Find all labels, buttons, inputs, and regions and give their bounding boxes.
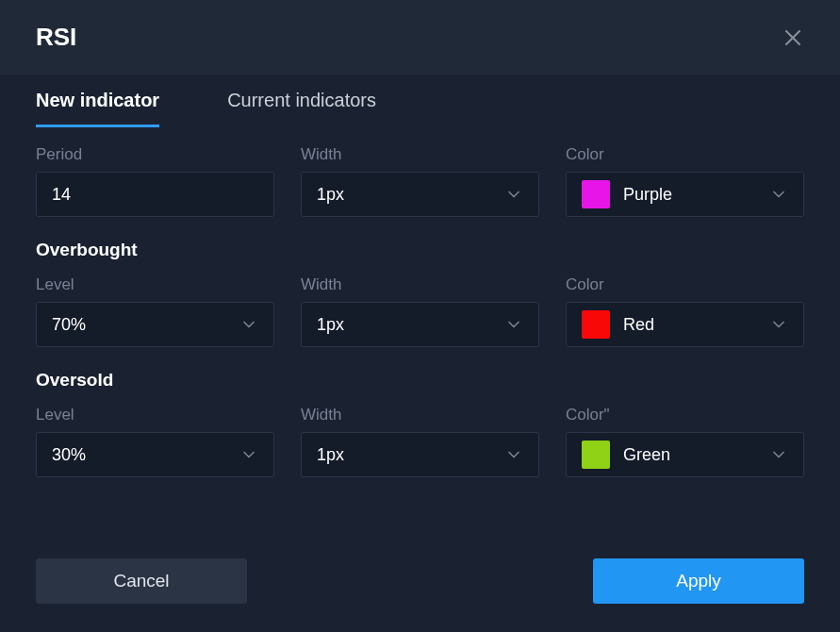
os-level-value: 30% — [52, 445, 86, 465]
oversold-section-title: Oversold — [36, 370, 804, 391]
dialog-footer: Cancel Apply — [0, 536, 840, 632]
os-color-field: Color" Green — [566, 406, 804, 477]
overbought-section-title: Overbought — [36, 240, 804, 260]
main-color-value: Purple — [623, 185, 672, 205]
main-width-field: Width 1px — [301, 145, 539, 217]
main-color-select[interactable]: Purple — [566, 172, 804, 217]
ob-color-swatch — [582, 310, 610, 339]
ob-color-field: Color Red — [566, 275, 804, 347]
rsi-settings-dialog: RSI New indicator Current indicators Per… — [0, 0, 840, 632]
ob-width-label: Width — [301, 275, 539, 294]
tab-current-indicators[interactable]: Current indicators — [227, 75, 376, 127]
os-color-label: Color" — [566, 406, 804, 424]
os-color-value: Green — [623, 445, 670, 465]
os-width-label: Width — [301, 406, 539, 424]
tab-new-indicator[interactable]: New indicator — [36, 75, 159, 127]
apply-button[interactable]: Apply — [593, 558, 804, 604]
os-color-swatch — [582, 441, 610, 469]
dialog-title: RSI — [36, 23, 76, 52]
ob-color-value: Red — [623, 315, 654, 335]
main-color-field: Color Purple — [566, 145, 804, 217]
main-width-value: 1px — [317, 185, 344, 205]
ob-width-value: 1px — [317, 315, 344, 335]
ob-level-label: Level — [36, 275, 274, 294]
oversold-row: Level 30% Width 1px Color" — [36, 406, 804, 477]
ob-color-select[interactable]: Red — [566, 302, 804, 347]
chevron-down-icon — [504, 185, 523, 204]
tabs: New indicator Current indicators — [0, 75, 840, 128]
os-level-select[interactable]: 30% — [36, 432, 274, 477]
os-color-select[interactable]: Green — [566, 432, 804, 477]
ob-color-label: Color — [566, 275, 804, 294]
chevron-down-icon — [769, 185, 788, 204]
os-width-select[interactable]: 1px — [301, 432, 539, 477]
dialog-header: RSI — [0, 0, 840, 75]
chevron-down-icon — [769, 445, 788, 464]
period-value: 14 — [52, 185, 71, 205]
main-width-select[interactable]: 1px — [301, 172, 539, 217]
os-level-label: Level — [36, 406, 274, 424]
chevron-down-icon — [769, 315, 788, 334]
chevron-down-icon — [504, 315, 523, 334]
period-label: Period — [36, 145, 274, 164]
close-icon[interactable] — [782, 26, 804, 49]
period-field: Period 14 — [36, 145, 274, 217]
ob-level-select[interactable]: 70% — [36, 302, 274, 347]
main-color-swatch — [582, 180, 610, 208]
main-row: Period 14 Width 1px Color — [36, 145, 804, 217]
overbought-row: Level 70% Width 1px Color — [36, 275, 804, 347]
chevron-down-icon — [504, 445, 523, 464]
ob-width-select[interactable]: 1px — [301, 302, 539, 347]
os-level-field: Level 30% — [36, 406, 274, 477]
ob-level-value: 70% — [52, 315, 86, 335]
os-width-field: Width 1px — [301, 406, 539, 477]
main-color-label: Color — [566, 145, 804, 164]
main-width-label: Width — [301, 145, 539, 164]
period-input[interactable]: 14 — [36, 172, 274, 217]
ob-level-field: Level 70% — [36, 275, 274, 347]
cancel-button[interactable]: Cancel — [36, 558, 247, 604]
dialog-content: Period 14 Width 1px Color — [0, 128, 840, 536]
ob-width-field: Width 1px — [301, 275, 539, 347]
os-width-value: 1px — [317, 445, 344, 465]
chevron-down-icon — [239, 315, 258, 334]
chevron-down-icon — [239, 445, 258, 464]
